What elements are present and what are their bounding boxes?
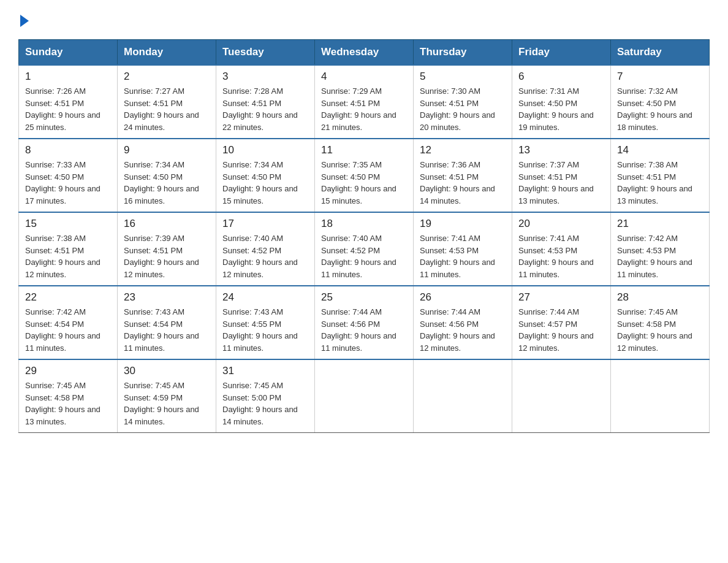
day-info: Sunrise: 7:38 AM Sunset: 4:51 PM Dayligh… — [25, 232, 111, 280]
day-info: Sunrise: 7:35 AM Sunset: 4:50 PM Dayligh… — [321, 159, 407, 207]
calendar-day-30: 30 Sunrise: 7:45 AM Sunset: 4:59 PM Dayl… — [118, 359, 216, 433]
day-info: Sunrise: 7:42 AM Sunset: 4:54 PM Dayligh… — [25, 306, 111, 354]
page-header — [18, 12, 710, 27]
calendar-day-13: 13 Sunrise: 7:37 AM Sunset: 4:51 PM Dayl… — [512, 139, 611, 212]
calendar-day-25: 25 Sunrise: 7:44 AM Sunset: 4:56 PM Dayl… — [315, 286, 414, 359]
day-info: Sunrise: 7:44 AM Sunset: 4:56 PM Dayligh… — [321, 306, 407, 354]
day-info: Sunrise: 7:43 AM Sunset: 4:55 PM Dayligh… — [222, 306, 308, 354]
header-tuesday: Tuesday — [216, 40, 315, 66]
calendar-day-14: 14 Sunrise: 7:38 AM Sunset: 4:51 PM Dayl… — [611, 139, 710, 212]
day-number: 9 — [124, 144, 210, 156]
empty-cell — [414, 359, 512, 433]
day-number: 11 — [321, 144, 407, 156]
day-number: 8 — [25, 144, 111, 156]
calendar-day-2: 2 Sunrise: 7:27 AM Sunset: 4:51 PM Dayli… — [118, 65, 216, 139]
day-number: 6 — [518, 71, 604, 83]
calendar-day-4: 4 Sunrise: 7:29 AM Sunset: 4:51 PM Dayli… — [315, 65, 414, 139]
day-info: Sunrise: 7:33 AM Sunset: 4:50 PM Dayligh… — [25, 159, 111, 207]
calendar-day-10: 10 Sunrise: 7:34 AM Sunset: 4:50 PM Dayl… — [216, 139, 315, 212]
day-info: Sunrise: 7:31 AM Sunset: 4:50 PM Dayligh… — [518, 85, 604, 133]
calendar-day-26: 26 Sunrise: 7:44 AM Sunset: 4:56 PM Dayl… — [414, 286, 512, 359]
calendar-day-24: 24 Sunrise: 7:43 AM Sunset: 4:55 PM Dayl… — [216, 286, 315, 359]
logo — [18, 12, 29, 27]
calendar-day-19: 19 Sunrise: 7:41 AM Sunset: 4:53 PM Dayl… — [414, 212, 512, 286]
calendar-day-21: 21 Sunrise: 7:42 AM Sunset: 4:53 PM Dayl… — [611, 212, 710, 286]
day-info: Sunrise: 7:42 AM Sunset: 4:53 PM Dayligh… — [617, 232, 703, 280]
calendar-day-27: 27 Sunrise: 7:44 AM Sunset: 4:57 PM Dayl… — [512, 286, 611, 359]
day-info: Sunrise: 7:44 AM Sunset: 4:56 PM Dayligh… — [420, 306, 506, 354]
day-info: Sunrise: 7:34 AM Sunset: 4:50 PM Dayligh… — [222, 159, 308, 207]
day-info: Sunrise: 7:44 AM Sunset: 4:57 PM Dayligh… — [518, 306, 604, 354]
day-info: Sunrise: 7:43 AM Sunset: 4:54 PM Dayligh… — [124, 306, 210, 354]
day-number: 31 — [222, 365, 308, 377]
calendar-day-5: 5 Sunrise: 7:30 AM Sunset: 4:51 PM Dayli… — [414, 65, 512, 139]
day-info: Sunrise: 7:38 AM Sunset: 4:51 PM Dayligh… — [617, 159, 703, 207]
calendar-day-18: 18 Sunrise: 7:40 AM Sunset: 4:52 PM Dayl… — [315, 212, 414, 286]
day-info: Sunrise: 7:36 AM Sunset: 4:51 PM Dayligh… — [420, 159, 506, 207]
day-number: 10 — [222, 144, 308, 156]
day-number: 25 — [321, 291, 407, 304]
empty-cell — [611, 359, 710, 433]
day-info: Sunrise: 7:40 AM Sunset: 4:52 PM Dayligh… — [222, 232, 308, 280]
header-sunday: Sunday — [19, 40, 118, 66]
calendar-day-23: 23 Sunrise: 7:43 AM Sunset: 4:54 PM Dayl… — [118, 286, 216, 359]
day-info: Sunrise: 7:45 AM Sunset: 5:00 PM Dayligh… — [222, 380, 308, 427]
day-info: Sunrise: 7:26 AM Sunset: 4:51 PM Dayligh… — [25, 85, 111, 133]
day-number: 29 — [25, 365, 111, 377]
day-info: Sunrise: 7:29 AM Sunset: 4:51 PM Dayligh… — [321, 85, 407, 133]
day-number: 7 — [617, 71, 703, 83]
calendar-day-7: 7 Sunrise: 7:32 AM Sunset: 4:50 PM Dayli… — [611, 65, 710, 139]
calendar-day-9: 9 Sunrise: 7:34 AM Sunset: 4:50 PM Dayli… — [118, 139, 216, 212]
header-friday: Friday — [512, 40, 611, 66]
day-number: 2 — [124, 71, 210, 83]
day-number: 13 — [518, 144, 604, 156]
day-number: 15 — [25, 218, 111, 230]
day-info: Sunrise: 7:28 AM Sunset: 4:51 PM Dayligh… — [222, 85, 308, 133]
empty-cell — [315, 359, 414, 433]
calendar-day-12: 12 Sunrise: 7:36 AM Sunset: 4:51 PM Dayl… — [414, 139, 512, 212]
day-info: Sunrise: 7:39 AM Sunset: 4:51 PM Dayligh… — [124, 232, 210, 280]
day-info: Sunrise: 7:30 AM Sunset: 4:51 PM Dayligh… — [420, 85, 506, 133]
calendar-day-3: 3 Sunrise: 7:28 AM Sunset: 4:51 PM Dayli… — [216, 65, 315, 139]
day-number: 20 — [518, 218, 604, 230]
calendar-day-16: 16 Sunrise: 7:39 AM Sunset: 4:51 PM Dayl… — [118, 212, 216, 286]
calendar-day-22: 22 Sunrise: 7:42 AM Sunset: 4:54 PM Dayl… — [19, 286, 118, 359]
day-info: Sunrise: 7:37 AM Sunset: 4:51 PM Dayligh… — [518, 159, 604, 207]
calendar-day-11: 11 Sunrise: 7:35 AM Sunset: 4:50 PM Dayl… — [315, 139, 414, 212]
day-number: 5 — [420, 71, 506, 83]
day-number: 18 — [321, 218, 407, 230]
day-number: 30 — [124, 365, 210, 377]
day-number: 14 — [617, 144, 703, 156]
day-info: Sunrise: 7:40 AM Sunset: 4:52 PM Dayligh… — [321, 232, 407, 280]
day-number: 27 — [518, 291, 604, 304]
calendar-day-6: 6 Sunrise: 7:31 AM Sunset: 4:50 PM Dayli… — [512, 65, 611, 139]
header-monday: Monday — [118, 40, 216, 66]
calendar-day-29: 29 Sunrise: 7:45 AM Sunset: 4:58 PM Dayl… — [19, 359, 118, 433]
day-info: Sunrise: 7:41 AM Sunset: 4:53 PM Dayligh… — [420, 232, 506, 280]
calendar-day-31: 31 Sunrise: 7:45 AM Sunset: 5:00 PM Dayl… — [216, 359, 315, 433]
header-wednesday: Wednesday — [315, 40, 414, 66]
calendar-day-1: 1 Sunrise: 7:26 AM Sunset: 4:51 PM Dayli… — [19, 65, 118, 139]
day-number: 21 — [617, 218, 703, 230]
calendar-day-17: 17 Sunrise: 7:40 AM Sunset: 4:52 PM Dayl… — [216, 212, 315, 286]
day-info: Sunrise: 7:45 AM Sunset: 4:58 PM Dayligh… — [25, 380, 111, 427]
calendar-day-28: 28 Sunrise: 7:45 AM Sunset: 4:58 PM Dayl… — [611, 286, 710, 359]
day-number: 24 — [222, 291, 308, 304]
day-number: 3 — [222, 71, 308, 83]
day-info: Sunrise: 7:41 AM Sunset: 4:53 PM Dayligh… — [518, 232, 604, 280]
day-info: Sunrise: 7:45 AM Sunset: 4:58 PM Dayligh… — [617, 306, 703, 354]
day-number: 23 — [124, 291, 210, 304]
calendar-day-8: 8 Sunrise: 7:33 AM Sunset: 4:50 PM Dayli… — [19, 139, 118, 212]
header-thursday: Thursday — [414, 40, 512, 66]
day-number: 4 — [321, 71, 407, 83]
day-number: 16 — [124, 218, 210, 230]
header-saturday: Saturday — [611, 40, 710, 66]
calendar-day-20: 20 Sunrise: 7:41 AM Sunset: 4:53 PM Dayl… — [512, 212, 611, 286]
day-number: 28 — [617, 291, 703, 304]
calendar-table: SundayMondayTuesdayWednesdayThursdayFrid… — [18, 39, 710, 433]
day-number: 12 — [420, 144, 506, 156]
day-number: 22 — [25, 291, 111, 304]
day-number: 17 — [222, 218, 308, 230]
day-number: 19 — [420, 218, 506, 230]
logo-arrow-icon — [20, 15, 29, 27]
